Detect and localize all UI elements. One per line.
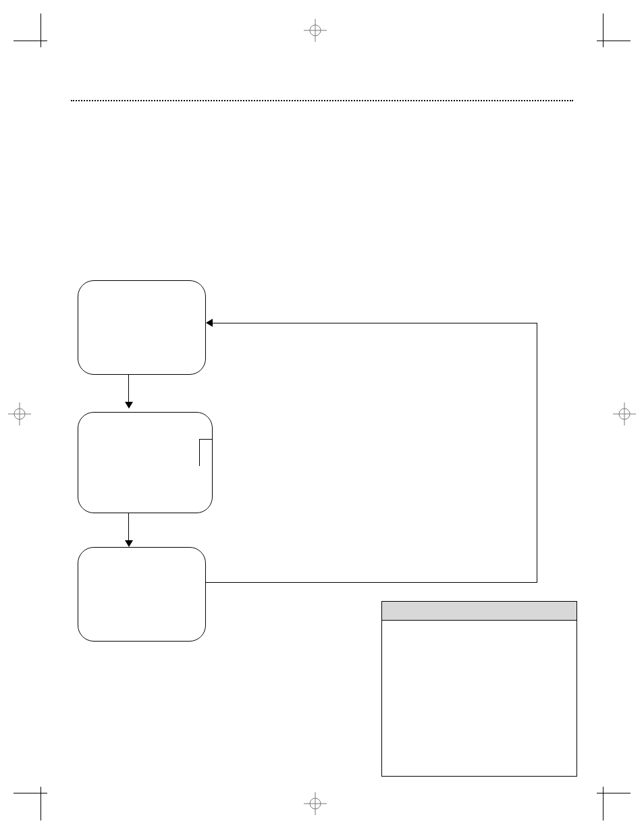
arrow-down-icon	[125, 402, 133, 409]
registration-mark-icon	[8, 402, 31, 425]
crop-mark	[603, 14, 603, 47]
dotted-rule	[71, 100, 573, 101]
flow-connector	[128, 375, 129, 402]
crop-mark	[603, 787, 603, 820]
flow-connector	[199, 439, 200, 466]
flow-connector	[128, 513, 129, 540]
registration-mark-icon	[304, 19, 327, 42]
crop-mark	[41, 787, 41, 820]
crop-mark	[41, 14, 41, 47]
crop-mark	[14, 793, 47, 793]
arrow-left-icon	[206, 319, 213, 327]
flow-node-c	[78, 547, 206, 642]
info-panel-header	[382, 602, 576, 621]
info-panel-body	[382, 621, 576, 629]
page	[0, 0, 644, 834]
registration-mark-icon	[304, 792, 327, 815]
flow-connector	[537, 323, 537, 583]
flow-node-b	[78, 412, 213, 513]
flow-connector	[199, 439, 213, 440]
crop-mark	[597, 41, 630, 41]
flow-connector	[213, 323, 537, 323]
crop-mark	[597, 793, 630, 793]
crop-mark	[14, 41, 47, 41]
flow-node-a	[78, 280, 206, 375]
flow-connector	[206, 582, 537, 583]
arrow-down-icon	[125, 540, 133, 547]
info-panel	[381, 601, 577, 777]
registration-mark-icon	[613, 402, 636, 425]
